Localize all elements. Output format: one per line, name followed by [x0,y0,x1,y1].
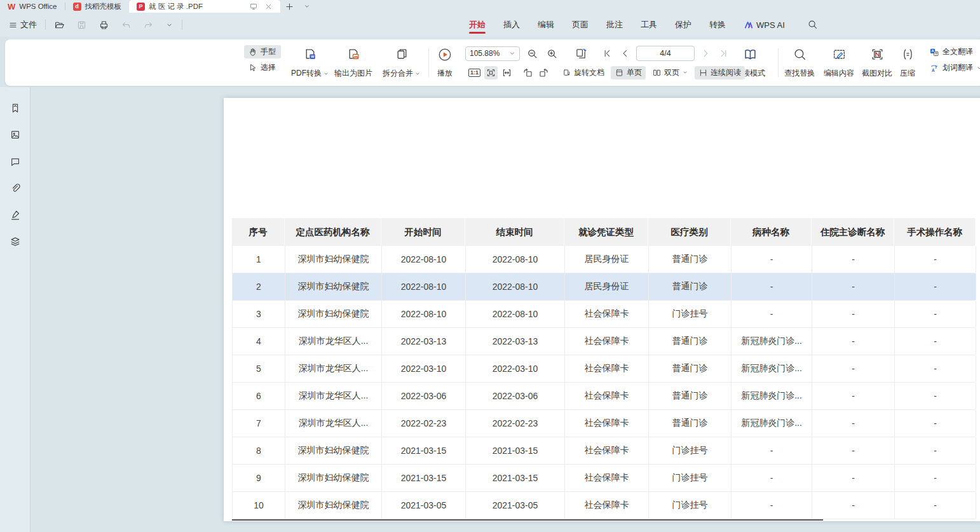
ribbon-tab-tools[interactable]: 工具 [639,13,658,36]
tab-document-pdf[interactable]: P 就 医 记 录 .PDF [129,0,280,13]
tab-list-chevron-icon[interactable] [299,0,315,13]
next-page-button[interactable] [700,47,712,60]
save-button[interactable] [73,17,90,33]
split-merge-button[interactable]: 拆分合并 [380,46,423,80]
rotate-right-button[interactable] [537,66,550,79]
table-cell: 普通门诊 [649,383,732,409]
continuous-reading-button[interactable]: 连续阅读 [695,66,745,79]
table-header-cell: 开始时间 [381,218,465,246]
document-canvas[interactable]: 序号定点医药机构名称开始时间结束时间就诊凭证类型医疗类别病种名称住院主诊断名称手… [31,87,980,532]
comments-panel-button[interactable] [7,153,24,170]
zoom-out-button[interactable] [525,46,540,61]
rotate-pages-button[interactable] [573,46,589,62]
edit-content-button[interactable]: 编辑内容 [821,46,857,80]
compress-button[interactable]: 压缩 [897,46,918,80]
table-cell: 社会保障卡 [565,328,649,355]
layers-panel-button[interactable] [7,233,24,250]
zoom-in-button[interactable] [545,46,559,61]
signature-panel-button[interactable] [7,207,24,223]
double-page-button[interactable]: 双页 [648,66,692,79]
table-cell: 社会保障卡 [565,301,649,327]
find-replace-label: 查找替换 [784,68,815,79]
table-cell: 普通门诊 [649,328,732,355]
table-cell: - [812,301,895,327]
tab-docer-templates[interactable]: d 找稻壳模板 [65,0,130,13]
print-button[interactable] [95,17,112,33]
ribbon-tab-page[interactable]: 页面 [571,13,590,36]
export-image-button[interactable]: 输出为图片 [332,46,375,80]
select-tool-label: 选择 [261,62,276,73]
attachments-panel-button[interactable] [7,180,24,196]
last-page-button[interactable] [718,47,730,60]
open-file-button[interactable] [51,17,68,33]
ribbon-tab-comment[interactable]: 批注 [605,13,624,36]
table-cell: - [812,328,895,355]
ribbon-tab-home[interactable]: 开始 [468,13,487,36]
rotate-document-button[interactable]: 旋转文档 [558,66,608,79]
hamburger-icon [8,20,18,30]
new-tab-button[interactable] [280,0,299,13]
ribbon-tab-wps-ai[interactable]: WPS AI [742,15,786,36]
quick-access-chevron-icon[interactable] [162,18,177,32]
ribbon-tab-convert[interactable]: 转换 [708,13,727,36]
svg-text:x: x [935,65,937,69]
table-header-cell: 序号 [232,218,285,246]
export-image-label: 输出为图片 [334,68,372,79]
play-button[interactable]: 播放 [435,46,455,80]
table-cell: 普通门诊 [649,355,732,382]
actual-size-button[interactable]: 1:1 [467,67,482,78]
first-page-button[interactable] [601,47,613,60]
thumbnails-panel-button[interactable] [7,126,24,143]
fit-width-button[interactable] [500,66,514,79]
table-cell: 社会保障卡 [565,355,649,382]
redo-button[interactable] [140,17,157,33]
table-cell: 新冠肺炎门诊... [732,355,812,382]
tab-wps-office[interactable]: W WPS Office [0,0,65,13]
bookmark-icon [10,102,21,114]
table-cell: - [732,437,812,464]
rotate-left-button[interactable] [521,66,534,79]
table-header-row: 序号定点医药机构名称开始时间结束时间就诊凭证类型医疗类别病种名称住院主诊断名称手… [232,218,976,246]
word-translate-button[interactable]: A x 划词翻译 [925,61,980,74]
table-cell: 1 [233,246,285,273]
previous-page-button[interactable] [618,47,631,60]
table-cell: 2022-08-10 [382,246,466,273]
save-icon [76,20,87,31]
select-tool-button[interactable]: 选择 [244,61,281,74]
table-cell: 5 [233,355,285,382]
bookmarks-panel-button[interactable] [7,100,24,116]
docer-icon: d [73,3,81,11]
page-number-input[interactable] [636,46,695,61]
table-header-cell: 定点医药机构名称 [285,218,381,246]
table-cell: 深圳市龙华区人... [285,383,382,409]
page-number-field[interactable] [637,46,694,60]
table-cell: 2022-03-10 [382,355,466,382]
table-cell: - [895,246,976,273]
ribbon-tab-protect[interactable]: 保护 [674,13,693,36]
undo-icon [121,20,132,31]
ribbon-tab-edit[interactable]: 编辑 [536,13,555,36]
hand-tool-button[interactable]: 手型 [244,45,281,58]
fit-page-button[interactable] [484,66,498,79]
find-replace-button[interactable]: 查找替换 [782,46,817,80]
table-cell: 深圳市龙华区人... [285,410,382,437]
file-menu-button[interactable]: 文件 [5,17,40,33]
table-cell: 2021-03-05 [466,492,565,519]
undo-button[interactable] [118,17,135,33]
ribbon-tab-insert[interactable]: 插入 [502,13,521,36]
table-cell: 2022-03-13 [466,328,565,355]
fit-width-icon [501,67,512,78]
zoom-level-select[interactable] [465,46,520,61]
single-page-button[interactable]: 单页 [611,66,646,79]
close-tab-icon[interactable] [264,3,273,11]
search-button[interactable] [807,19,818,30]
cursor-icon [248,63,257,72]
share-screen-icon[interactable] [249,2,258,11]
table-cell: 3 [233,301,285,327]
tab-label: 就 医 记 录 .PDF [149,2,243,11]
zoom-level-input[interactable] [470,49,507,58]
full-text-translate-button[interactable]: A 字 全文翻译 [925,45,980,58]
table-row: 4深圳市龙华区人...2022-03-132022-03-13社会保障卡普通门诊… [233,328,976,355]
screenshot-compare-button[interactable]: 截图对比 [859,46,895,80]
pdf-convert-button[interactable]: W PDF转换 [289,46,332,80]
